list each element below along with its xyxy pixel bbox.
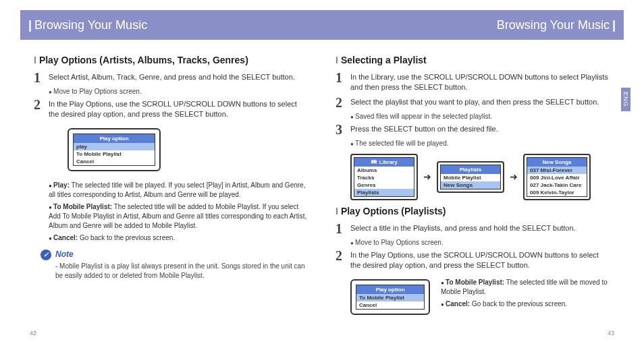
step-number: 1 <box>336 222 350 235</box>
step-3-sub: The selected file will be played. <box>350 139 610 148</box>
arrow-icon: ➜ <box>423 171 431 182</box>
mini-device-newsongs: New Songs 037 Misi-Forever 009 Jini-Love… <box>523 154 591 200</box>
language-tab: ENG <box>621 88 630 111</box>
mini-device-playlists: Playlists Mobile Playlist New Songs <box>437 161 504 193</box>
screen-title-playlists: Playlists <box>441 165 500 174</box>
step-number: 2 <box>336 249 350 262</box>
screen-row: 027 Jack-Takin Care <box>527 181 587 189</box>
bullet-to-mobile-2: To Mobile Playlist: The selected title w… <box>441 278 610 297</box>
header-title-right-text: Browsing Your Music <box>497 18 610 32</box>
note-row: ✓ Note <box>41 250 308 260</box>
section-title-text: Play Options (Artists, Albums, Tracks, G… <box>39 55 248 65</box>
screen-row-selected: New Songs <box>441 181 500 189</box>
step-2: 2 Select the playlist that you want to p… <box>336 96 610 109</box>
screen-title-newsongs: New Songs <box>527 158 587 167</box>
header-title-right: Browsing Your Music| <box>497 18 616 32</box>
step-sub: Move to Play Options screen. <box>350 238 610 247</box>
step-2: 2 In the Play Options, use the SCROLL UP… <box>34 98 308 120</box>
screen-row-selected: Playlists <box>354 189 414 196</box>
screen-title: Play option <box>74 134 155 143</box>
note-icon: ✓ <box>41 250 51 260</box>
step-3: 3 Press the SELECT button on the desired… <box>336 123 610 136</box>
screen-row: Albums <box>354 167 414 174</box>
step-number: 2 <box>336 96 350 109</box>
screen-row: Tracks <box>354 174 414 181</box>
step-2b: 2 In the Play Options, use the SCROLL UP… <box>336 249 610 271</box>
note-label: Note <box>55 250 74 259</box>
step-1: 1 Select Artist, Album, Track, Genre, an… <box>34 71 308 84</box>
screen-row: Genres <box>354 181 414 189</box>
bullet-list: Play: The selected title will be played.… <box>49 181 308 243</box>
header-title-left-text: Browsing Your Music <box>34 18 147 32</box>
play-option-row: Play option To Mobile Playlist Cancel To… <box>336 274 610 320</box>
step-1-sub: Move to Play Options screen. <box>49 87 308 96</box>
screen-row: Mobile Playlist <box>441 174 500 181</box>
screen: Play option play To Mobile Playlist Canc… <box>73 134 155 166</box>
section-title-play-options-playlists: IPlay Options (Playlists) <box>336 206 610 216</box>
section-title-play-options: IPlay Options (Artists, Albums, Tracks, … <box>34 55 308 65</box>
bullet-play: Play: The selected title will be played.… <box>49 181 308 200</box>
screen-row-cancel: Cancel <box>74 158 155 165</box>
device-mockup-play-option-2: Play option To Mobile Playlist Cancel <box>350 279 430 315</box>
step-1: 1 In the Library, use the SCROLL UP/SCRO… <box>336 71 610 93</box>
screen-row-selected: To Mobile Playlist <box>356 294 424 301</box>
step-number: 1 <box>34 71 49 84</box>
section-title-text: Selecting a Playlist <box>341 55 427 65</box>
page-number-left: 42 <box>30 330 36 337</box>
step-2-sub: Saved files will appear in the selected … <box>350 112 610 121</box>
step-text: Select a title in the Playlists, and pre… <box>350 222 576 233</box>
step-text: In the Play Options, use the SCROLL UP/S… <box>350 249 610 271</box>
mini-device-library: 📖 Library Albums Tracks Genres Playlists <box>350 154 418 200</box>
step-1-text: In the Library, use the SCROLL UP/SCROLL… <box>350 71 610 93</box>
screen-row-to-mobile: To Mobile Playlist <box>74 150 155 158</box>
screen-title: Play option <box>356 285 424 294</box>
step-number: 2 <box>34 98 49 111</box>
screens-row: 📖 Library Albums Tracks Genres Playlists… <box>350 154 610 200</box>
note-text: - Mobile Playlist is a play list always … <box>55 262 308 281</box>
bullet-cancel: Cancel: Go back to the previous screen. <box>49 233 308 243</box>
screen-row: 009 Jini-Love Affair <box>527 174 587 181</box>
screen-row: Cancel <box>356 301 424 309</box>
step-1-text: Select Artist, Album, Track, Genre, and … <box>49 71 295 82</box>
bullet-list-2: To Mobile Playlist: The selected title w… <box>441 278 610 312</box>
header-bar: |Browsing Your Music Browsing Your Music… <box>20 10 624 40</box>
screen-row-play: play <box>74 143 155 150</box>
screen-row-selected: 037 Misi-Forever <box>527 167 587 174</box>
section-title-text: Play Options (Playlists) <box>341 206 446 216</box>
bullet-to-mobile: To Mobile Playlist: The selected title w… <box>49 202 308 231</box>
arrow-icon: ➜ <box>510 171 518 182</box>
left-page: IPlay Options (Artists, Albums, Tracks, … <box>20 40 322 320</box>
screen-row: 009 Kelvin-Taylor <box>527 189 587 196</box>
device-mockup-play-option: Play option play To Mobile Playlist Canc… <box>68 128 161 171</box>
page-content: IPlay Options (Artists, Albums, Tracks, … <box>0 40 644 320</box>
step-2-text: Select the playlist that you want to pla… <box>350 96 599 107</box>
bullet-cancel-2: Cancel: Go back to the previous screen. <box>441 299 610 309</box>
right-page: ISelecting a Playlist 1 In the Library, … <box>322 40 624 320</box>
step-3-text: Press the SELECT button on the desired f… <box>350 123 498 134</box>
step-1b: 1 Select a title in the Playlists, and p… <box>336 222 610 235</box>
section-title-selecting-playlist: ISelecting a Playlist <box>336 55 610 65</box>
page-number-right: 43 <box>608 330 614 337</box>
screen-title-library: 📖 Library <box>354 158 414 167</box>
step-number: 3 <box>336 123 350 136</box>
step-2-text: In the Play Options, use the SCROLL UP/S… <box>49 98 308 120</box>
step-number: 1 <box>336 71 350 84</box>
header-title-left: |Browsing Your Music <box>28 18 147 32</box>
